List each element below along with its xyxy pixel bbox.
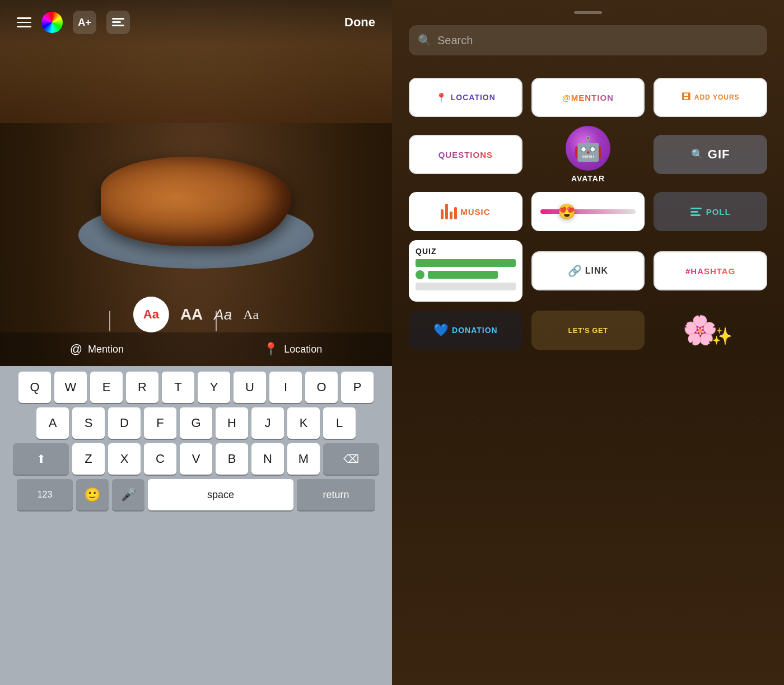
slider-track: 😍	[540, 209, 636, 214]
key-g[interactable]: G	[180, 407, 212, 439]
hamburger-icon[interactable]	[17, 17, 31, 27]
sticker-flower[interactable]: 🌸 ✨	[654, 311, 767, 350]
donation-label: DONATION	[452, 326, 498, 335]
key-c[interactable]: C	[144, 443, 176, 475]
sticker-music[interactable]: MUSIC	[409, 192, 522, 231]
music-bar-2	[445, 204, 448, 219]
poll-line-1	[690, 208, 702, 209]
key-x[interactable]: X	[108, 443, 141, 475]
hashtag-label: #HASHTAG	[685, 266, 735, 276]
sticker-mention[interactable]: @MENTION	[531, 78, 645, 117]
key-w[interactable]: W	[54, 372, 87, 403]
sticker-letsget[interactable]: LET'S GET	[531, 311, 645, 350]
location-button[interactable]: 📍 Location	[263, 342, 322, 356]
mention-label: Mention	[88, 344, 124, 355]
space-key[interactable]: space	[148, 479, 293, 510]
sticker-gif[interactable]: 🔍 GIF	[654, 135, 767, 174]
addyours-label: ADD YOURS	[694, 93, 740, 101]
addyours-icon: 🎞	[682, 92, 691, 102]
key-q[interactable]: Q	[18, 372, 51, 403]
sticker-donation[interactable]: 💙 DONATION	[409, 311, 522, 350]
letsget-label: LET'S GET	[568, 326, 608, 335]
slider-emoji: 😍	[558, 203, 576, 220]
sticker-avatar[interactable]: 🤖 AVATAR	[531, 126, 645, 183]
mention-sticker-label: @MENTION	[562, 93, 614, 102]
font-btn-mono[interactable]: Aa	[243, 307, 259, 322]
color-wheel-icon[interactable]	[41, 12, 63, 33]
cursor-left	[109, 311, 110, 331]
key-o[interactable]: O	[305, 372, 338, 403]
text-plus-button[interactable]: A+	[73, 11, 96, 34]
key-s[interactable]: S	[72, 407, 105, 439]
avatar-label: AVATAR	[571, 174, 605, 183]
font-btn-sans[interactable]: AA	[180, 306, 203, 323]
font-btn-script[interactable]: Aa	[214, 306, 232, 323]
music-label: MUSIC	[460, 207, 490, 217]
poll-line-2	[690, 211, 698, 213]
key-i[interactable]: I	[269, 372, 302, 403]
music-bars	[441, 204, 457, 219]
key-h[interactable]: H	[216, 407, 248, 439]
sticker-hashtag[interactable]: #HASHTAG	[654, 251, 767, 290]
backspace-key[interactable]: ⌫	[323, 443, 379, 475]
key-n[interactable]: N	[251, 443, 284, 475]
sticker-questions[interactable]: QUESTIONS	[409, 135, 522, 174]
numbers-key[interactable]: 123	[17, 479, 73, 510]
location-sticker-icon: 📍	[436, 92, 447, 103]
key-y[interactable]: Y	[198, 372, 230, 403]
font-serif-label: Aa	[143, 307, 159, 322]
mention-button[interactable]: @ Mention	[70, 342, 124, 356]
location-icon: 📍	[263, 342, 278, 356]
done-button[interactable]: Done	[344, 15, 375, 30]
right-panel: 🔍 Search 📍 LOCATION @MENTION 🎞 ADD YOURS	[392, 0, 784, 685]
key-t[interactable]: T	[162, 372, 194, 403]
key-k[interactable]: K	[287, 407, 320, 439]
key-a[interactable]: A	[36, 407, 69, 439]
mic-key[interactable]: 🎤	[112, 479, 144, 510]
key-f[interactable]: F	[144, 407, 176, 439]
svg-rect-0	[112, 18, 124, 20]
location-label: Location	[284, 344, 322, 355]
keyboard-row-4: 123 🙂 🎤 space return	[2, 479, 390, 510]
svg-rect-2	[112, 25, 124, 26]
key-j[interactable]: J	[251, 407, 284, 439]
drag-handle[interactable]	[574, 11, 602, 14]
shift-key[interactable]: ⬆	[13, 443, 69, 475]
sticker-emoji-slider[interactable]: 😍	[531, 192, 645, 231]
key-r[interactable]: R	[126, 372, 158, 403]
text-format-button[interactable]	[106, 11, 130, 34]
avatar-circle: 🤖	[566, 126, 610, 171]
sticker-row-3: MUSIC 😍 POLL	[409, 192, 767, 231]
left-panel: A+ Done Aa AA Aa Aa @ Mention	[0, 0, 392, 685]
key-e[interactable]: E	[90, 372, 123, 403]
plate-container	[62, 112, 330, 269]
key-d[interactable]: D	[108, 407, 141, 439]
sticker-quiz[interactable]: QUIZ	[409, 240, 522, 302]
return-key[interactable]: return	[297, 479, 375, 510]
avatar-icon: 🤖	[573, 135, 603, 162]
format-icon	[112, 18, 124, 27]
sticker-link[interactable]: 🔗 LINK	[531, 251, 645, 290]
keyboard: Q W E R T Y U I O P A S D F G H J K L ⬆ …	[0, 366, 392, 685]
key-v[interactable]: V	[180, 443, 212, 475]
toolbar-left: A+	[17, 11, 130, 34]
search-placeholder: Search	[437, 34, 473, 47]
key-l[interactable]: L	[323, 407, 356, 439]
bottom-action-bar: @ Mention 📍 Location	[0, 332, 392, 366]
key-m[interactable]: M	[287, 443, 320, 475]
font-btn-serif[interactable]: Aa	[133, 297, 169, 332]
sticker-poll[interactable]: POLL	[654, 192, 767, 231]
sticker-addyours[interactable]: 🎞 ADD YOURS	[654, 78, 767, 117]
key-b[interactable]: B	[216, 443, 248, 475]
sticker-row-5: 💙 DONATION LET'S GET 🌸 ✨	[409, 311, 767, 350]
sticker-location[interactable]: 📍 LOCATION	[409, 78, 522, 117]
quiz-title: QUIZ	[416, 247, 516, 256]
key-u[interactable]: U	[234, 372, 266, 403]
search-bar[interactable]: 🔍 Search	[409, 25, 767, 55]
music-bar-1	[441, 209, 444, 219]
key-z[interactable]: Z	[72, 443, 105, 475]
key-p[interactable]: P	[341, 372, 374, 403]
emoji-key[interactable]: 🙂	[76, 479, 109, 510]
sticker-row-1: 📍 LOCATION @MENTION 🎞 ADD YOURS	[409, 78, 767, 117]
poll-label: POLL	[706, 207, 731, 217]
